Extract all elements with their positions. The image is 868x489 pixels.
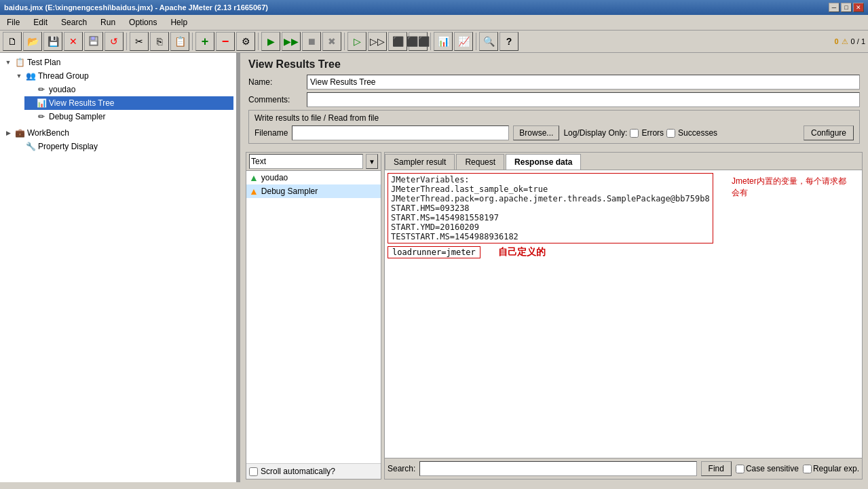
menu-file[interactable]: File xyxy=(3,16,24,28)
close-button[interactable]: ✕ xyxy=(853,3,864,12)
tree-label-property-display: Property Display xyxy=(38,142,98,151)
result-item-debug-sampler[interactable]: ▲ Debug Sampler xyxy=(246,184,381,198)
svg-rect-2 xyxy=(90,41,97,45)
dropdown-arrow-icon[interactable]: ▼ xyxy=(366,154,378,169)
new-button[interactable]: 🗋 xyxy=(3,32,22,51)
menu-run[interactable]: Run xyxy=(96,16,119,28)
menu-search[interactable]: Search xyxy=(57,16,91,28)
search-button[interactable]: 🔍 xyxy=(479,32,498,51)
tab-request[interactable]: Request xyxy=(456,154,504,170)
menu-bar: File Edit Search Run Options Help xyxy=(0,15,868,31)
browse-button[interactable]: Browse... xyxy=(513,125,559,140)
tree-item-debug-sampler[interactable]: ✏ Debug Sampler xyxy=(24,110,233,123)
comments-input[interactable] xyxy=(307,92,860,107)
results-area: ▼ ▲ youdao ▲ Debug Sampler Scroll automa… xyxy=(240,149,868,482)
configure-button[interactable]: Configure xyxy=(804,125,854,140)
case-sensitive-checkbox[interactable] xyxy=(736,465,744,473)
tree-item-youdao[interactable]: ✏ youdao xyxy=(24,83,233,96)
paste-button[interactable]: 📋 xyxy=(170,32,189,51)
remove-button[interactable]: − xyxy=(216,32,235,51)
start-button[interactable]: ▶ xyxy=(261,32,280,51)
tree-label-youdao: youdao xyxy=(49,85,75,94)
remote-stop-all-button[interactable]: ⬛⬛ xyxy=(409,32,428,51)
expand-spacer3 xyxy=(24,111,35,122)
close-button2[interactable]: ✕ xyxy=(64,32,83,51)
tree-item-test-plan[interactable]: ▼ 📋 Test Plan xyxy=(3,56,233,69)
title-bar: baidus.jmx (E:\xingnengceshi\baidus.jmx)… xyxy=(0,0,868,15)
youdao-icon: ✏ xyxy=(35,83,48,96)
maximize-button[interactable]: □ xyxy=(841,3,852,12)
debug-sampler-status-icon: ▲ xyxy=(249,186,259,197)
results-list: ▲ youdao ▲ Debug Sampler xyxy=(246,171,381,463)
response-line-1: JMeterVariables: xyxy=(391,175,710,184)
tree-item-property-display[interactable]: 🔧 Property Display xyxy=(14,140,233,153)
add-button[interactable]: + xyxy=(195,32,214,51)
expand-spacer4 xyxy=(14,141,24,152)
results-list-header: ▼ xyxy=(246,153,381,171)
minimize-button[interactable]: ─ xyxy=(829,3,839,12)
view-results-icon: 📊 xyxy=(35,97,48,109)
search-input[interactable] xyxy=(419,461,696,476)
search-label: Search: xyxy=(388,464,415,473)
save-template-button[interactable]: 💾 xyxy=(43,32,62,51)
tree-item-workbench[interactable]: ▶ 💼 WorkBench xyxy=(3,126,233,140)
remote-stop-button[interactable]: ⬛ xyxy=(388,32,407,51)
menu-help[interactable]: Help xyxy=(166,16,191,28)
response-line-5: START.MS=1454981558197 xyxy=(391,213,710,222)
expand-icon: ▼ xyxy=(3,57,14,68)
result-item-youdao[interactable]: ▲ youdao xyxy=(246,171,381,184)
scroll-auto-checkbox[interactable] xyxy=(249,467,258,476)
test-counter: 0 / 1 xyxy=(851,37,865,45)
tree-item-view-results-tree[interactable]: 📊 View Results Tree xyxy=(24,96,233,110)
tree-label-test-plan: Test Plan xyxy=(27,58,60,67)
thread-group-icon: 👥 xyxy=(24,70,37,82)
help-button[interactable]: ? xyxy=(499,32,518,51)
successes-label: Successes xyxy=(678,128,717,138)
tab-sampler-result[interactable]: Sampler result xyxy=(385,154,455,170)
separator6 xyxy=(476,33,476,50)
start-no-pauses-button[interactable]: ▶▶ xyxy=(282,32,301,51)
toggle-button[interactable]: ⚙ xyxy=(236,32,255,51)
stop-button[interactable]: ⏹ xyxy=(302,32,321,51)
text-dropdown[interactable] xyxy=(249,154,363,169)
copy-button[interactable]: ⎘ xyxy=(150,32,169,51)
find-button[interactable]: Find xyxy=(701,461,732,476)
warn-icon: ⚠ xyxy=(842,37,848,46)
response-line-3: JMeterThread.pack=org.apache.jmeter.thre… xyxy=(391,194,710,203)
comments-label: Comments: xyxy=(248,95,303,104)
warning-count: 0 xyxy=(834,37,838,45)
response-data-box: JMeterVariables: JMeterThread.last_sampl… xyxy=(388,173,713,243)
cut-button[interactable]: ✂ xyxy=(130,32,149,51)
open-button[interactable]: 📂 xyxy=(23,32,42,51)
separator5 xyxy=(430,33,431,50)
debug-sampler-icon: ✏ xyxy=(35,111,48,123)
name-row: Name: xyxy=(248,75,860,90)
test-plan-icon: 📋 xyxy=(14,56,26,69)
report1-button[interactable]: 📊 xyxy=(434,32,453,51)
panel-title: View Results Tree xyxy=(248,58,860,71)
shutdown-button[interactable]: ✖ xyxy=(322,32,341,51)
menu-options[interactable]: Options xyxy=(125,16,161,28)
filename-input[interactable] xyxy=(292,125,509,140)
save-button[interactable] xyxy=(84,32,103,51)
expand-spacer2 xyxy=(24,98,35,109)
name-input[interactable] xyxy=(307,75,860,90)
main-layout: ▼ 📋 Test Plan ▼ 👥 Thread Group ✏ youdao … xyxy=(0,53,868,482)
scroll-auto-row: Scroll automatically? xyxy=(246,463,381,479)
report2-button[interactable]: 📈 xyxy=(454,32,473,51)
errors-checkbox[interactable] xyxy=(630,129,639,138)
content-panel: View Results Tree Name: Comments: Write … xyxy=(240,53,868,482)
revert-button[interactable]: ↺ xyxy=(105,32,124,51)
toolbar: 🗋 📂 💾 ✕ ↺ ✂ ⎘ 📋 + − ⚙ ▶ ▶▶ ⏹ ✖ ▷ ▷▷ ⬛ ⬛⬛… xyxy=(0,31,868,53)
tab-response-data[interactable]: Response data xyxy=(506,154,581,170)
loadrunner-value: loadrunner=jmeter xyxy=(388,246,480,258)
separator3 xyxy=(258,33,259,50)
tree-item-thread-group[interactable]: ▼ 👥 Thread Group xyxy=(14,69,233,83)
name-label: Name: xyxy=(248,77,303,87)
remote-start-button[interactable]: ▷ xyxy=(347,32,366,51)
search-row: Search: Find Case sensitive Regular exp. xyxy=(385,458,862,479)
successes-checkbox[interactable] xyxy=(666,129,675,138)
regular-exp-checkbox[interactable] xyxy=(803,465,812,473)
menu-edit[interactable]: Edit xyxy=(29,16,52,28)
remote-start-all-button[interactable]: ▷▷ xyxy=(368,32,387,51)
